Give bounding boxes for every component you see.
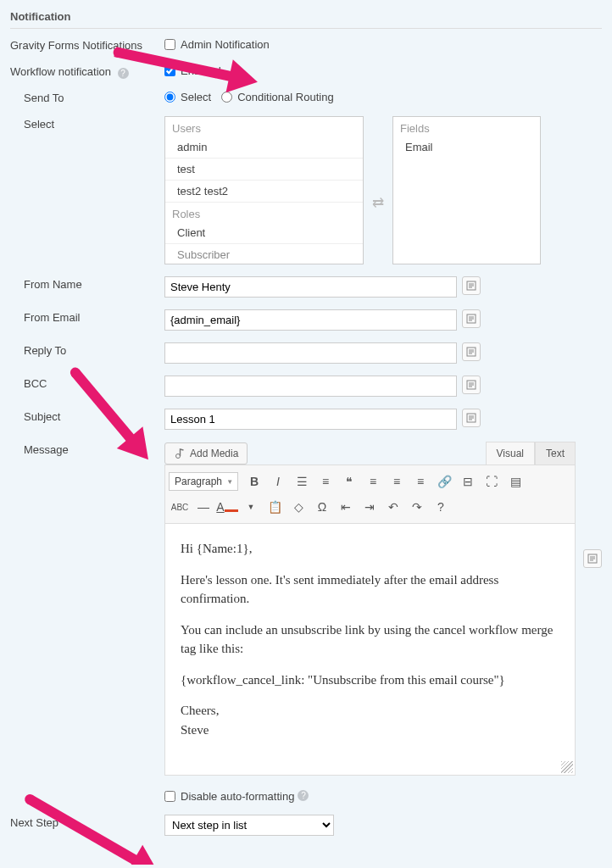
readmore-icon[interactable]: ⊟ (457, 470, 479, 492)
format-select[interactable]: Paragraph (169, 472, 238, 491)
redo-icon[interactable]: ↷ (406, 496, 428, 518)
list-item[interactable]: admin (165, 136, 363, 159)
enabled-checkbox[interactable]: Enabled (164, 64, 221, 77)
send-to-label: Send To (10, 90, 164, 104)
from-name-input[interactable] (164, 276, 457, 298)
next-step-select[interactable]: Next step in list (164, 815, 334, 836)
outdent-icon[interactable]: ⇤ (335, 496, 357, 518)
workflow-notification-label: Workflow notification ? (10, 64, 164, 78)
editor-line: {workflow_cancel_link: "Unsubscribe from… (181, 670, 559, 690)
editor-line: Here's lesson one. It's sent immediately… (181, 570, 559, 609)
list-item[interactable]: test (165, 159, 363, 181)
gravity-forms-label: Gravity Forms Notifications (10, 37, 164, 52)
italic-icon[interactable]: I (267, 470, 289, 492)
help-icon[interactable]: ? (298, 790, 309, 801)
editor-toolbar: Paragraph B I ☰ ≡ ❝ ≡ ≡ ≡ 🔗 ⊟ ⛶ ▤ (164, 465, 576, 524)
reply-to-label: Reply To (10, 342, 164, 357)
list-item[interactable]: Subscriber (165, 244, 363, 264)
roles-header: Roles (165, 203, 363, 222)
fullscreen-icon[interactable]: ⛶ (481, 470, 503, 492)
tab-text[interactable]: Text (535, 442, 576, 465)
quote-icon[interactable]: ❝ (338, 470, 360, 492)
fields-header: Fields (393, 117, 540, 136)
text-color-menu-icon[interactable]: ▼ (240, 496, 262, 518)
number-list-icon[interactable]: ≡ (314, 470, 337, 492)
align-left-icon[interactable]: ≡ (362, 470, 384, 492)
clear-format-icon[interactable]: ◇ (287, 496, 309, 518)
undo-icon[interactable]: ↶ (382, 496, 404, 518)
subject-label: Subject (10, 409, 164, 423)
list-item[interactable]: Email (393, 136, 540, 158)
disable-auto-formatting-checkbox[interactable]: Disable auto-formatting (164, 789, 294, 803)
next-step-label: Next Step (10, 815, 164, 829)
special-char-icon[interactable]: Ω (311, 496, 333, 518)
admin-notification-checkbox[interactable]: Admin Notification (164, 37, 270, 51)
from-email-input[interactable] (164, 309, 457, 331)
bcc-input[interactable] (164, 376, 457, 397)
bcc-label: BCC (10, 376, 164, 390)
add-media-button[interactable]: Add Media (164, 442, 248, 465)
send-to-select-radio[interactable]: Select (164, 90, 211, 103)
tab-visual[interactable]: Visual (486, 442, 535, 465)
message-label: Message (10, 442, 164, 456)
reply-to-input[interactable] (164, 342, 457, 364)
text-color-icon[interactable]: A (216, 496, 238, 518)
merge-tag-icon[interactable] (583, 549, 602, 568)
from-name-label: From Name (10, 276, 164, 291)
merge-tag-icon[interactable] (462, 342, 481, 361)
select-label: Select (10, 116, 164, 131)
users-header: Users (165, 117, 363, 136)
hr-icon[interactable]: — (192, 496, 214, 518)
bullet-list-icon[interactable]: ☰ (291, 470, 313, 492)
editor-line: You can include an unsubscribe link by u… (181, 620, 559, 659)
help-icon[interactable]: ? (118, 68, 129, 79)
from-email-label: From Email (10, 309, 164, 324)
swap-icon[interactable]: ⇄ (372, 169, 384, 212)
merge-tag-icon[interactable] (462, 309, 481, 328)
section-title: Notification (10, 7, 602, 29)
list-item[interactable]: Client (165, 222, 363, 244)
merge-tag-icon[interactable] (462, 409, 481, 427)
send-to-conditional-radio[interactable]: Conditional Routing (221, 90, 333, 103)
resize-handle-icon[interactable] (561, 761, 573, 773)
message-editor[interactable]: Hi {Name:1}, Here's lesson one. It's sen… (164, 524, 576, 776)
editor-line: Cheers,Steve (181, 701, 559, 739)
indent-icon[interactable]: ⇥ (359, 496, 381, 518)
align-right-icon[interactable]: ≡ (409, 470, 431, 492)
paste-text-icon[interactable]: 📋 (264, 496, 286, 518)
help-toolbar-icon[interactable]: ? (430, 496, 452, 518)
link-icon[interactable]: 🔗 (433, 470, 455, 492)
list-item[interactable]: test2 test2 (165, 181, 363, 203)
merge-tag-icon[interactable] (462, 376, 481, 394)
toolbar-toggle-icon[interactable]: ▤ (504, 470, 526, 492)
subject-input[interactable] (164, 409, 457, 430)
select-source-list[interactable]: Users admin test test2 test2 Roles Clien… (164, 116, 364, 264)
music-note-icon (174, 448, 186, 459)
merge-tag-icon[interactable] (462, 276, 481, 295)
align-center-icon[interactable]: ≡ (386, 470, 408, 492)
select-target-list[interactable]: Fields Email (392, 116, 541, 264)
bold-icon[interactable]: B (243, 470, 265, 492)
editor-line: Hi {Name:1}, (181, 539, 559, 559)
svg-point-5 (176, 454, 181, 459)
strikethrough-icon[interactable]: ABC (169, 496, 191, 518)
